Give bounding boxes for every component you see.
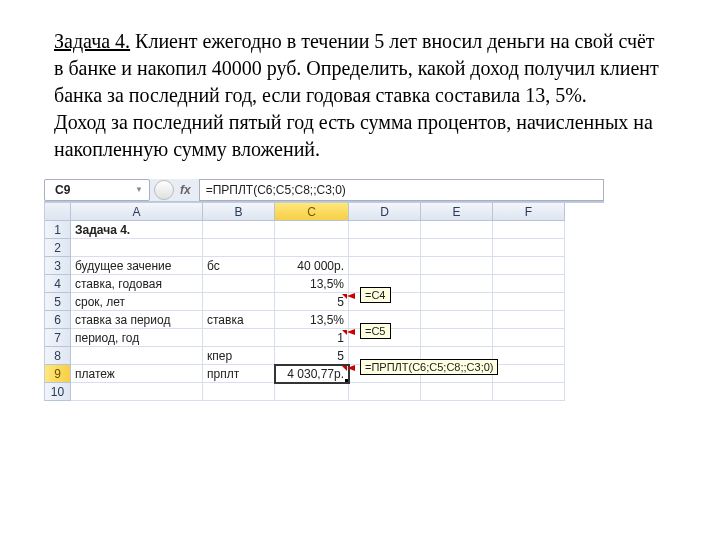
cell-E7[interactable] bbox=[421, 329, 493, 347]
cell-D2[interactable] bbox=[349, 239, 421, 257]
cell-E1[interactable] bbox=[421, 221, 493, 239]
cell-E4[interactable] bbox=[421, 275, 493, 293]
cell-E3[interactable] bbox=[421, 257, 493, 275]
cell-C1[interactable] bbox=[275, 221, 349, 239]
cell-A8[interactable] bbox=[71, 347, 203, 365]
cell-C8[interactable]: 5 bbox=[275, 347, 349, 365]
formula-bar[interactable]: =ПРПЛТ(C6;C5;C8;;C3;0) bbox=[199, 179, 604, 201]
cell-B4[interactable] bbox=[203, 275, 275, 293]
cell-F8[interactable] bbox=[493, 347, 565, 365]
row-header-8[interactable]: 8 bbox=[45, 347, 71, 365]
cell-C9[interactable]: 4 030,77р. bbox=[275, 365, 349, 383]
trace-arrow-icon bbox=[347, 329, 355, 335]
cell-B5[interactable] bbox=[203, 293, 275, 311]
cell-A9[interactable]: платеж bbox=[71, 365, 203, 383]
cell-F6[interactable] bbox=[493, 311, 565, 329]
cell-B10[interactable] bbox=[203, 383, 275, 401]
cell-D1[interactable] bbox=[349, 221, 421, 239]
formula-bar-value: =ПРПЛТ(C6;C5;C8;;C3;0) bbox=[206, 183, 346, 197]
cell-B7[interactable] bbox=[203, 329, 275, 347]
cell-C2[interactable] bbox=[275, 239, 349, 257]
problem-body-2: Доход за последний пятый год есть сумма … bbox=[54, 111, 653, 160]
cell-D10[interactable] bbox=[349, 383, 421, 401]
cell-C3[interactable]: 40 000р. bbox=[275, 257, 349, 275]
cell-F5[interactable] bbox=[493, 293, 565, 311]
cell-B8[interactable]: кпер bbox=[203, 347, 275, 365]
row-header-4[interactable]: 4 bbox=[45, 275, 71, 293]
name-box-dropdown-icon[interactable]: ▼ bbox=[132, 183, 146, 197]
cell-A6[interactable]: ставка за период bbox=[71, 311, 203, 329]
cell-B9[interactable]: прплт bbox=[203, 365, 275, 383]
cell-E6[interactable] bbox=[421, 311, 493, 329]
fx-cancel-icon[interactable] bbox=[154, 180, 174, 200]
cell-A5[interactable]: срок, лет bbox=[71, 293, 203, 311]
cell-A2[interactable] bbox=[71, 239, 203, 257]
problem-body-1: Клиент ежегодно в течении 5 лет вносил д… bbox=[54, 30, 659, 106]
column-header-F[interactable]: F bbox=[493, 203, 565, 221]
formula-buttons bbox=[154, 180, 174, 200]
column-header-A[interactable]: A bbox=[71, 203, 203, 221]
cell-B6[interactable]: ставка bbox=[203, 311, 275, 329]
cell-D3[interactable] bbox=[349, 257, 421, 275]
cell-B3[interactable]: бс bbox=[203, 257, 275, 275]
row-header-10[interactable]: 10 bbox=[45, 383, 71, 401]
cell-F10[interactable] bbox=[493, 383, 565, 401]
name-box[interactable]: C9 ▼ bbox=[44, 179, 150, 201]
formula-tip-c7: =C5 bbox=[360, 323, 391, 339]
row-header-6[interactable]: 6 bbox=[45, 311, 71, 329]
cell-C7[interactable]: 1 bbox=[275, 329, 349, 347]
cell-C4[interactable]: 13,5% bbox=[275, 275, 349, 293]
problem-title: Задача 4. bbox=[54, 30, 130, 52]
cell-A3[interactable]: будущее зачение bbox=[71, 257, 203, 275]
cell-B2[interactable] bbox=[203, 239, 275, 257]
formula-bar-row: C9 ▼ fx =ПРПЛТ(C6;C5;C8;;C3;0) bbox=[44, 179, 604, 202]
spreadsheet-grid[interactable]: ABCDEF1Задача 4.23будущее зачениебс40 00… bbox=[44, 202, 604, 401]
formula-tip-c9: =ПРПЛТ(C6;C5;C8;;C3;0) bbox=[360, 359, 498, 375]
cell-C6[interactable]: 13,5% bbox=[275, 311, 349, 329]
column-header-B[interactable]: B bbox=[203, 203, 275, 221]
cell-F2[interactable] bbox=[493, 239, 565, 257]
fill-handle[interactable] bbox=[345, 379, 349, 383]
column-header-D[interactable]: D bbox=[349, 203, 421, 221]
row-header-2[interactable]: 2 bbox=[45, 239, 71, 257]
row-header-5[interactable]: 5 bbox=[45, 293, 71, 311]
cell-A7[interactable]: период, год bbox=[71, 329, 203, 347]
cell-E10[interactable] bbox=[421, 383, 493, 401]
problem-text: Задача 4. Клиент ежегодно в течении 5 ле… bbox=[0, 0, 720, 173]
row-header-3[interactable]: 3 bbox=[45, 257, 71, 275]
name-box-value: C9 bbox=[55, 183, 70, 197]
formula-tip-c5: =C4 bbox=[360, 287, 391, 303]
row-header-1[interactable]: 1 bbox=[45, 221, 71, 239]
cell-C5[interactable]: 5 bbox=[275, 293, 349, 311]
cell-B1[interactable] bbox=[203, 221, 275, 239]
cell-A10[interactable] bbox=[71, 383, 203, 401]
trace-arrow-icon bbox=[347, 293, 355, 299]
cell-F7[interactable] bbox=[493, 329, 565, 347]
cell-F4[interactable] bbox=[493, 275, 565, 293]
cell-E2[interactable] bbox=[421, 239, 493, 257]
cell-A4[interactable]: ставка, годовая bbox=[71, 275, 203, 293]
row-header-7[interactable]: 7 bbox=[45, 329, 71, 347]
cell-E5[interactable] bbox=[421, 293, 493, 311]
cell-F9[interactable] bbox=[493, 365, 565, 383]
excel-fragment: C9 ▼ fx =ПРПЛТ(C6;C5;C8;;C3;0) ABCDEF1За… bbox=[44, 179, 604, 401]
trace-arrow-icon bbox=[347, 365, 355, 371]
cell-C10[interactable] bbox=[275, 383, 349, 401]
cell-A1[interactable]: Задача 4. bbox=[71, 221, 203, 239]
cell-F1[interactable] bbox=[493, 221, 565, 239]
column-header-C[interactable]: C bbox=[275, 203, 349, 221]
cell-F3[interactable] bbox=[493, 257, 565, 275]
column-header-E[interactable]: E bbox=[421, 203, 493, 221]
select-all-corner[interactable] bbox=[45, 203, 71, 221]
fx-icon[interactable]: fx bbox=[180, 183, 191, 197]
row-header-9[interactable]: 9 bbox=[45, 365, 71, 383]
